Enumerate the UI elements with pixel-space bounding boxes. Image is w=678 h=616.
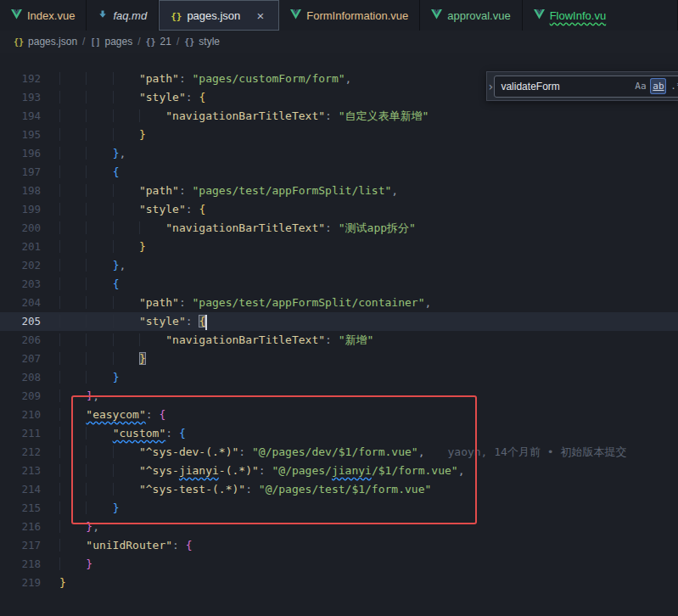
tab-faq.md[interactable]: faq.md	[87, 0, 159, 31]
line-number[interactable]: 196	[0, 144, 59, 163]
line-content: "path": "pages/test/appFormSplit/contain…	[59, 294, 431, 312]
code-line-194[interactable]: 194 "navigationBarTitleText": "自定义表单新增"	[0, 107, 678, 126]
git-blame-annotation: yaoyn, 14个月前 • 初始版本提交	[447, 445, 626, 458]
line-content: "path": "pages/test/appFormSplit/list",	[59, 182, 398, 200]
line-content: "^sys-dev-(.*)": "@/pages/dev/$1/form.vu…	[59, 443, 626, 462]
code-line-197[interactable]: 197 {	[0, 163, 678, 182]
code-area[interactable]: 192 "path": "pages/customForm/form",193 …	[0, 53, 678, 592]
tab-pages.json[interactable]: {}pages.json×	[159, 0, 279, 31]
tab-label: approval.vue	[447, 9, 510, 22]
breadcrumb-item-21[interactable]: {}21	[146, 36, 171, 48]
line-number[interactable]: 192	[0, 70, 59, 88]
line-content: {	[59, 275, 119, 294]
line-number[interactable]: 209	[0, 387, 59, 406]
line-content: "navigationBarTitleText": "自定义表单新增"	[59, 107, 429, 126]
code-line-218[interactable]: 218 }	[0, 555, 678, 574]
line-number[interactable]: 194	[0, 107, 59, 126]
line-number[interactable]: 206	[0, 331, 59, 350]
line-content: "easycom": {	[59, 406, 165, 424]
code-line-215[interactable]: 215 }	[0, 499, 678, 518]
breadcrumb-label: 21	[160, 36, 171, 48]
code-line-202[interactable]: 202 },	[0, 256, 678, 275]
code-line-196[interactable]: 196 },	[0, 144, 678, 163]
line-number[interactable]: 216	[0, 518, 59, 536]
markdown-file-icon	[98, 9, 108, 22]
line-number[interactable]: 218	[0, 555, 59, 574]
regex-icon[interactable]: .*	[668, 78, 678, 94]
breadcrumb-item-pages[interactable]: []pages	[90, 36, 132, 48]
line-number[interactable]: 200	[0, 219, 59, 238]
code-line-205[interactable]: 205 "style": {	[0, 312, 678, 331]
match-case-icon[interactable]: Aa	[632, 78, 648, 94]
line-content: }	[59, 574, 66, 592]
code-line-199[interactable]: 199 "style": {	[0, 200, 678, 219]
line-content: }	[59, 238, 146, 256]
close-tab-icon[interactable]: ×	[253, 8, 267, 23]
find-input-box: Aa ab .*	[494, 76, 678, 98]
line-number[interactable]: 202	[0, 256, 59, 275]
line-number[interactable]: 205	[0, 312, 59, 331]
breadcrumb-label: pages.json	[28, 36, 77, 48]
json-file-icon: {}	[171, 9, 182, 22]
code-line-208[interactable]: 208 }	[0, 368, 678, 387]
code-line-201[interactable]: 201 }	[0, 238, 678, 256]
code-line-203[interactable]: 203 {	[0, 275, 678, 294]
code-line-195[interactable]: 195 }	[0, 126, 678, 144]
breadcrumb-separator-icon: /	[82, 36, 85, 48]
symbol-object-icon: {}	[14, 37, 24, 47]
breadcrumb-item-pages.json[interactable]: {}pages.json	[14, 36, 77, 48]
find-widget: › Aa ab .*	[486, 71, 678, 101]
line-number[interactable]: 215	[0, 499, 59, 518]
code-line-210[interactable]: 210 "easycom": {	[0, 406, 678, 424]
line-number[interactable]: 217	[0, 536, 59, 555]
code-line-213[interactable]: 213 "^sys-jianyi-(.*)": "@/pages/jianyi/…	[0, 462, 678, 480]
code-line-216[interactable]: 216 },	[0, 518, 678, 536]
line-number[interactable]: 201	[0, 238, 59, 256]
vue-file-icon	[290, 9, 301, 22]
code-line-212[interactable]: 212 "^sys-dev-(.*)": "@/pages/dev/$1/for…	[0, 443, 678, 462]
line-number[interactable]: 197	[0, 163, 59, 182]
line-content: "style": {	[59, 88, 205, 107]
toggle-replace-chevron-icon[interactable]: ›	[487, 72, 494, 100]
tab-label: FormInformation.vue	[306, 9, 408, 22]
breadcrumb-item-style[interactable]: {}style	[184, 36, 220, 48]
line-content: "path": "pages/customForm/form",	[59, 70, 351, 88]
line-content: "style": {	[59, 312, 207, 331]
code-line-207[interactable]: 207 }	[0, 350, 678, 368]
line-number[interactable]: 204	[0, 294, 59, 312]
tab-FormInformation.vue[interactable]: FormInformation.vue	[279, 0, 420, 31]
code-line-211[interactable]: 211 "custom": {	[0, 424, 678, 443]
code-line-200[interactable]: 200 "navigationBarTitleText": "测试app拆分"	[0, 219, 678, 238]
line-number[interactable]: 213	[0, 462, 59, 480]
line-number[interactable]: 207	[0, 350, 59, 368]
tab-approval.vue[interactable]: approval.vue	[420, 0, 522, 31]
line-number[interactable]: 199	[0, 200, 59, 219]
tab-Index.vue[interactable]: Index.vue	[0, 0, 87, 31]
code-line-206[interactable]: 206 "navigationBarTitleText": "新增"	[0, 331, 678, 350]
line-number[interactable]: 198	[0, 182, 59, 200]
line-content: "navigationBarTitleText": "新增"	[59, 331, 373, 350]
line-number[interactable]: 214	[0, 480, 59, 499]
line-content: "navigationBarTitleText": "测试app拆分"	[59, 219, 416, 238]
editor[interactable]: › Aa ab .* 192 "path": "pages/customForm…	[0, 53, 678, 616]
tab-FlowInfo.vu[interactable]: FlowInfo.vu	[523, 0, 678, 31]
line-number[interactable]: 219	[0, 574, 59, 592]
code-line-209[interactable]: 209 ],	[0, 387, 678, 406]
tab-bar: Index.vuefaq.md{}pages.json×FormInformat…	[0, 0, 678, 31]
line-content: },	[59, 518, 99, 536]
find-input[interactable]	[501, 81, 632, 92]
line-number[interactable]: 203	[0, 275, 59, 294]
line-number[interactable]: 210	[0, 406, 59, 424]
code-line-204[interactable]: 204 "path": "pages/test/appFormSplit/con…	[0, 294, 678, 312]
code-line-214[interactable]: 214 "^sys-test-(.*)": "@/pages/test/$1/f…	[0, 480, 678, 499]
line-number[interactable]: 212	[0, 443, 59, 462]
code-line-217[interactable]: 217 "uniIdRouter": {	[0, 536, 678, 555]
code-line-198[interactable]: 198 "path": "pages/test/appFormSplit/lis…	[0, 182, 678, 200]
line-number[interactable]: 208	[0, 368, 59, 387]
line-number[interactable]: 195	[0, 126, 59, 144]
line-number[interactable]: 211	[0, 424, 59, 443]
find-options: Aa ab .*	[632, 78, 678, 94]
line-number[interactable]: 193	[0, 88, 59, 107]
whole-word-icon[interactable]: ab	[650, 78, 666, 94]
code-line-219[interactable]: 219}	[0, 574, 678, 592]
